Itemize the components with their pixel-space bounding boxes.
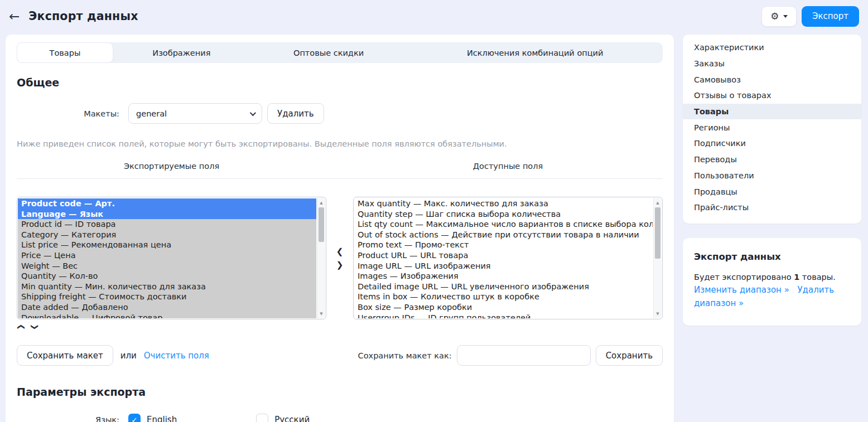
exported-fields-listbox[interactable]: Product code — Арт.Language — ЯзыкProduc…	[17, 197, 326, 319]
available-field-item[interactable]: List qty count — Максимальное число вари…	[354, 219, 653, 230]
available-field-item[interactable]: Items in box — Количество штук в коробке	[354, 292, 653, 302]
available-field-item[interactable]: Detailed image URL — URL увеличенного из…	[354, 282, 653, 292]
scroll-down-icon[interactable]: ▼	[654, 310, 662, 317]
exported-field-item[interactable]: Category — Категория	[18, 230, 316, 240]
save-button[interactable]: Сохранить	[596, 345, 663, 366]
move-down-icon[interactable]: ❮	[30, 324, 37, 330]
change-range-link[interactable]: Изменить диапазон »	[694, 285, 789, 295]
sidebar-item-Регионы[interactable]: Регионы	[683, 119, 861, 135]
scroll-up-icon[interactable]: ▲	[317, 199, 325, 206]
exported-field-item[interactable]: Min quantity — Мин. количество для заказ…	[18, 282, 316, 292]
checkbox-label: English	[147, 415, 177, 422]
right-column: ХарактеристикиЗаказыСамовывозОтзывы о то…	[683, 35, 861, 326]
move-left-icon[interactable]: ❮	[336, 248, 344, 256]
available-field-item[interactable]: Quantity step — Шаг списка выбора количе…	[354, 209, 653, 220]
settings-gear-button[interactable]: ⚙	[761, 6, 797, 27]
checkbox-English[interactable]: ✓	[128, 414, 141, 422]
sidebar-item-Прайс-листы[interactable]: Прайс-листы	[683, 200, 861, 216]
chevron-down-icon	[250, 109, 256, 115]
or-text: или	[120, 351, 137, 361]
gear-icon: ⚙	[770, 11, 779, 22]
back-arrow-icon[interactable]: ←	[9, 10, 20, 23]
checkbox-label: Русский	[274, 415, 310, 422]
sidebar-item-Характеристики[interactable]: Характеристики	[683, 40, 861, 56]
available-field-item[interactable]: Max quantity — Макс. количество для зака…	[354, 198, 653, 209]
header-divider	[17, 178, 663, 179]
reorder-controls: ❮ ❮	[17, 323, 320, 331]
export-params-heading: Параметры экспорта	[17, 386, 663, 398]
scroll-up-icon[interactable]: ▲	[654, 199, 662, 206]
exported-field-item[interactable]: Price — Цена	[18, 250, 316, 261]
layout-select-value: general	[136, 109, 167, 118]
save-as-input[interactable]	[457, 345, 591, 366]
exported-field-item[interactable]: Quantity — Кол-во	[18, 271, 316, 282]
sidebar-item-Товары[interactable]: Товары	[683, 104, 861, 120]
export-sections-card: ХарактеристикиЗаказыСамовывозОтзывы о то…	[683, 35, 861, 224]
exported-fields-header: Экспортируемые поля	[17, 162, 326, 171]
sidebar-item-Переводы[interactable]: Переводы	[683, 152, 861, 168]
available-field-item[interactable]: Promo text — Промо-текст	[354, 240, 653, 250]
available-field-item[interactable]: Out of stock actions — Действие при отсу…	[354, 230, 653, 240]
move-arrows: ❮ ❯	[326, 197, 353, 319]
export-count-text: Будет экспортировано 1 товары.	[694, 271, 850, 284]
tab-Оптовые скидки[interactable]: Оптовые скидки	[250, 42, 408, 63]
language-row: Язык: ✓EnglishРусский	[17, 414, 663, 422]
sidebar-item-Пользователи[interactable]: Пользователи	[683, 168, 861, 184]
scrollbar-thumb[interactable]	[319, 207, 324, 242]
available-scrollbar[interactable]: ▲ ▼	[653, 198, 662, 318]
layouts-label: Макеты:	[17, 109, 128, 118]
sidebar-item-Подписчики[interactable]: Подписчики	[683, 135, 861, 152]
exported-field-item[interactable]: Language — Язык	[18, 209, 316, 220]
available-field-item[interactable]: Box size — Размер коробки	[354, 302, 653, 313]
page-layout: ТоварыИзображенияОптовые скидкиИсключени…	[0, 32, 868, 422]
scroll-down-icon[interactable]: ▼	[317, 310, 325, 317]
export-info-heading: Экспорт данных	[694, 251, 850, 262]
page-title: Экспорт данных	[28, 9, 138, 23]
exported-scrollbar[interactable]: ▲ ▼	[317, 198, 325, 318]
exported-field-item[interactable]: Product code — Арт.	[18, 198, 316, 209]
exported-field-item[interactable]: Product id — ID товара	[18, 219, 316, 230]
exported-field-item[interactable]: Downloadable — Цифровой товар	[18, 313, 316, 318]
exported-field-item[interactable]: Date added — Добавлено	[18, 302, 316, 313]
save-layout-button[interactable]: Сохранить макет	[17, 345, 113, 366]
sidebar-item-Заказы[interactable]: Заказы	[683, 56, 861, 72]
available-field-item[interactable]: Image URL — URL изображения	[354, 261, 653, 271]
exported-fields-items: Product code — Арт.Language — ЯзыкProduc…	[18, 198, 316, 318]
tab-Изображения[interactable]: Изображения	[113, 42, 250, 63]
exported-field-item[interactable]: Weight — Вес	[18, 261, 316, 271]
move-right-icon[interactable]: ❯	[336, 261, 344, 269]
range-links: Изменить диапазон » Удалить диапазон »	[694, 284, 850, 310]
chevron-down-icon	[783, 15, 788, 18]
export-count-prefix: Будет экспортировано	[694, 273, 792, 282]
sidebar-item-Продавцы[interactable]: Продавцы	[683, 183, 861, 200]
sidebar-item-Самовывоз[interactable]: Самовывоз	[683, 71, 861, 88]
export-info-card: Экспорт данных Будет экспортировано 1 то…	[683, 238, 861, 326]
scrollbar-thumb[interactable]	[655, 207, 660, 259]
available-fields-items: Max quantity — Макс. количество для зака…	[354, 198, 653, 318]
language-options: ✓EnglishРусский	[128, 414, 310, 422]
delete-layout-button[interactable]: Удалить	[267, 103, 324, 124]
available-fields-listbox[interactable]: Max quantity — Макс. количество для зака…	[353, 197, 663, 319]
top-bar: ← Экспорт данных ⚙ Экспорт	[0, 0, 868, 32]
language-option: ✓English	[128, 414, 177, 422]
available-field-item[interactable]: Images — Изображения	[354, 271, 653, 282]
layout-select[interactable]: general	[128, 103, 262, 124]
language-label: Язык:	[17, 415, 128, 422]
exported-field-item[interactable]: Shipping freight — Стоимость доставки	[18, 292, 316, 302]
export-button[interactable]: Экспорт	[802, 6, 859, 27]
tab-strip: ТоварыИзображенияОптовые скидкиИсключени…	[17, 42, 663, 63]
available-field-item[interactable]: Product URL — URL товара	[354, 250, 653, 261]
language-option: Русский	[256, 414, 310, 422]
move-up-icon[interactable]: ❮	[18, 324, 25, 330]
layout-actions-row: Сохранить макет или Очистить поля Сохран…	[17, 345, 663, 366]
tab-Исключения комбинаций опций[interactable]: Исключения комбинаций опций	[407, 42, 663, 63]
checkbox-Русский[interactable]	[256, 414, 268, 422]
tab-Товары[interactable]: Товары	[17, 42, 113, 63]
clear-fields-link[interactable]: Очистить поля	[144, 351, 209, 361]
sidebar-item-Отзывы о товарах[interactable]: Отзывы о товарах	[683, 88, 861, 104]
exported-field-item[interactable]: List price — Рекомендованная цена	[18, 240, 316, 250]
export-settings-card: ТоварыИзображенияОптовые скидкиИсключени…	[6, 35, 674, 422]
export-count-suffix: товары.	[802, 273, 836, 282]
general-section-heading: Общее	[17, 76, 663, 89]
available-field-item[interactable]: Usergroup IDs — ID групп пользователей	[354, 313, 653, 318]
